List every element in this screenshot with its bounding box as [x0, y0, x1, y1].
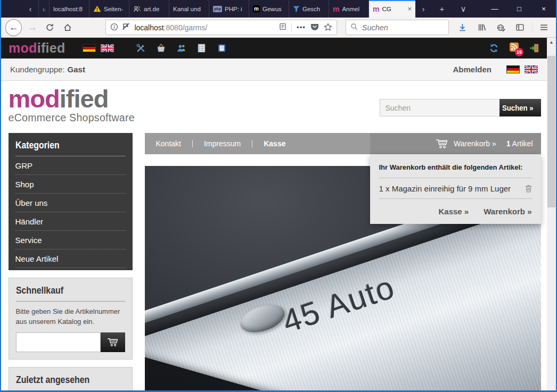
german-flag-icon[interactable]: [506, 65, 520, 73]
scrollbar-thumb[interactable]: [547, 56, 555, 207]
browser-tab[interactable]: m Gewus: [249, 0, 289, 18]
tab-title: Seiten-: [104, 6, 123, 12]
browser-tab[interactable]: Gesch: [289, 0, 329, 18]
cart-dropdown: Ihr Warenkorb enthält die folgenden Arti…: [370, 154, 541, 224]
people-icon: [133, 5, 141, 12]
catalog-book-icon[interactable]: [217, 44, 226, 53]
shop-search: Suchen »: [380, 99, 541, 116]
sidebar-toggle-button[interactable]: [513, 20, 528, 35]
quick-buy-input[interactable]: [16, 332, 101, 352]
logout-door-icon[interactable]: [529, 44, 539, 53]
tab-close-icon[interactable]: ×: [407, 5, 412, 13]
customer-group-label: Kundengruppe:: [10, 65, 65, 74]
tab-title: Gesch: [302, 6, 320, 12]
german-flag-icon[interactable]: [83, 44, 96, 52]
bookmark-star-icon[interactable]: [324, 23, 332, 32]
logout-link[interactable]: Abmelden: [453, 65, 492, 74]
recently-viewed-title: Zuletzt angesehen: [16, 374, 89, 386]
browser-tab[interactable]: ur: [38, 0, 49, 18]
uk-flag-icon[interactable]: [101, 44, 114, 52]
reader-mode-icon[interactable]: [279, 23, 286, 32]
tab-title: Anmel: [342, 6, 359, 12]
categories-title: Kategorien: [15, 140, 60, 151]
shop-search-input[interactable]: [380, 99, 499, 116]
tab-title: Gewus: [263, 6, 282, 12]
menu-button[interactable]: [537, 20, 552, 35]
home-button[interactable]: [60, 20, 75, 35]
tabbar-spacer: [1, 0, 22, 18]
admin-logo[interactable]: modified: [9, 41, 65, 55]
browser-tab[interactable]: Kanal und: [169, 0, 209, 18]
browser-search-box[interactable]: [346, 20, 449, 35]
category-item-shop[interactable]: Shop: [15, 175, 126, 194]
downloads-button[interactable]: [455, 20, 470, 35]
cart-icon: [435, 138, 449, 149]
url-host: localhost: [134, 23, 163, 32]
page-scrollbar[interactable]: ▲: [547, 38, 556, 390]
navigation-toolbar: ← → localhost:8080/garms/ •••: [1, 18, 556, 38]
customers-icon[interactable]: [177, 44, 186, 53]
refresh-icon[interactable]: [489, 44, 499, 53]
shop-logo[interactable]: modified eCommerce Shopsoftware: [9, 86, 135, 123]
rss-notifications[interactable]: 15: [510, 43, 519, 54]
scroll-tabs-left-button[interactable]: ‹: [22, 0, 38, 18]
reload-icon: [46, 23, 54, 31]
cart-summary-bar[interactable]: Warenkorb » 1 Artikel: [370, 133, 541, 154]
scrollbar-up-arrow[interactable]: ▲: [547, 38, 556, 46]
close-button[interactable]: ×: [531, 0, 556, 18]
category-item-neue-artikel[interactable]: Neue Artikel: [15, 249, 126, 268]
uk-flag-icon[interactable]: [525, 65, 538, 73]
reload-button[interactable]: [43, 20, 57, 35]
quick-buy-title: Schnellkauf: [16, 285, 63, 296]
shop-logo-mod: mod: [9, 85, 60, 113]
browser-tab[interactable]: m Anmel: [329, 0, 368, 18]
category-item-ueber-uns[interactable]: Über uns: [15, 194, 126, 212]
maximize-button[interactable]: □: [507, 0, 531, 18]
checkout-link[interactable]: Kasse »: [438, 207, 469, 216]
orders-list-icon[interactable]: [197, 44, 206, 53]
remove-item-button[interactable]: [525, 185, 532, 193]
session-bar: Kundengruppe: Gast Abmelden: [1, 59, 547, 81]
tab-title: ur: [43, 6, 45, 12]
category-item-grp[interactable]: GRP: [15, 156, 126, 175]
new-tab-button[interactable]: +: [431, 0, 453, 18]
url-text: localhost:8080/garms/: [134, 23, 207, 32]
browser-tab[interactable]: php PHP: i: [209, 0, 249, 18]
tab-list-dropdown-button[interactable]: ∨: [453, 0, 474, 18]
home-icon: [63, 23, 72, 31]
download-icon: [458, 23, 466, 31]
nav-link-impressum[interactable]: Impressum: [193, 139, 252, 148]
shop-search-button[interactable]: Suchen »: [499, 99, 541, 116]
scroll-tabs-right-button[interactable]: ›: [415, 0, 431, 18]
cart-link-label[interactable]: Warenkorb »: [454, 139, 496, 148]
hamburger-icon: [540, 24, 548, 31]
browser-search-input[interactable]: [362, 23, 437, 32]
services-button[interactable]: [494, 20, 509, 35]
minimize-button[interactable]: —: [482, 0, 507, 18]
category-item-haendler[interactable]: Händler: [15, 212, 126, 231]
url-bar[interactable]: localhost:8080/garms/ •••: [105, 20, 337, 35]
nav-link-kontakt[interactable]: Kontakt: [156, 139, 192, 148]
back-button[interactable]: ←: [5, 19, 22, 36]
trash-icon: [525, 185, 532, 193]
page-actions-menu-icon[interactable]: •••: [297, 23, 306, 31]
category-item-service[interactable]: Service: [15, 231, 126, 249]
browser-tab[interactable]: art.de: [129, 0, 169, 18]
browser-tab[interactable]: Seiten-: [89, 0, 129, 18]
site-info-icon[interactable]: [110, 23, 118, 32]
quick-buy-cart-button[interactable]: [101, 332, 125, 352]
forward-button[interactable]: →: [25, 20, 39, 35]
browser-tab-active[interactable]: m CG ×: [368, 0, 415, 18]
notification-badge: 15: [515, 48, 523, 56]
warning-icon: [93, 5, 101, 12]
session-language-flags: [506, 65, 538, 73]
tab-title: CG: [382, 6, 391, 12]
view-cart-link[interactable]: Warenkorb »: [484, 207, 531, 216]
browser-tab[interactable]: localhost:8: [49, 0, 89, 18]
tracking-protection-icon[interactable]: [122, 23, 130, 32]
basket-icon[interactable]: [157, 44, 166, 53]
nav-link-kasse[interactable]: Kasse: [252, 139, 297, 148]
library-button[interactable]: [474, 20, 489, 35]
pocket-icon[interactable]: [310, 23, 319, 32]
tools-icon[interactable]: [136, 44, 145, 53]
